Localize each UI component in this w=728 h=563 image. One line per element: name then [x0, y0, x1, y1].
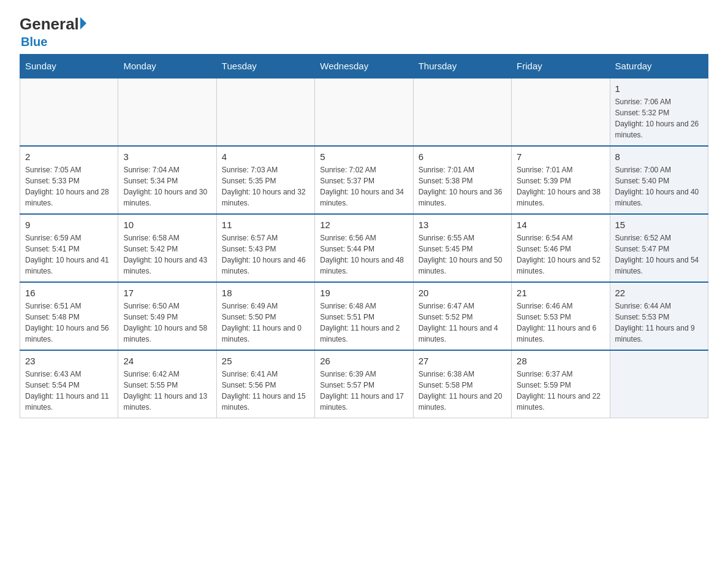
calendar-cell — [610, 350, 708, 418]
day-number: 2 — [25, 151, 113, 162]
day-number: 9 — [25, 220, 113, 230]
day-info: Sunrise: 6:52 AM Sunset: 5:47 PM Dayligh… — [615, 232, 703, 277]
calendar-cell: 5Sunrise: 7:02 AM Sunset: 5:37 PM Daylig… — [315, 146, 413, 214]
calendar-cell: 2Sunrise: 7:05 AM Sunset: 5:33 PM Daylig… — [20, 146, 118, 214]
logo-blue-text: Blue — [21, 35, 47, 49]
calendar-cell — [315, 78, 413, 146]
calendar-cell: 18Sunrise: 6:49 AM Sunset: 5:50 PM Dayli… — [216, 282, 314, 350]
calendar-cell: 15Sunrise: 6:52 AM Sunset: 5:47 PM Dayli… — [610, 214, 708, 282]
calendar-cell: 16Sunrise: 6:51 AM Sunset: 5:48 PM Dayli… — [20, 282, 118, 350]
day-number: 21 — [517, 288, 604, 298]
calendar-cell — [118, 78, 216, 146]
day-info: Sunrise: 6:49 AM Sunset: 5:50 PM Dayligh… — [222, 301, 309, 345]
day-number: 8 — [615, 151, 703, 162]
calendar-cell: 9Sunrise: 6:59 AM Sunset: 5:41 PM Daylig… — [20, 214, 118, 282]
calendar-cell: 3Sunrise: 7:04 AM Sunset: 5:34 PM Daylig… — [118, 146, 216, 214]
day-number: 18 — [222, 288, 309, 298]
calendar-cell: 27Sunrise: 6:38 AM Sunset: 5:58 PM Dayli… — [413, 350, 511, 418]
day-number: 28 — [517, 356, 604, 366]
calendar-cell: 6Sunrise: 7:01 AM Sunset: 5:38 PM Daylig… — [413, 146, 511, 214]
day-number: 15 — [615, 220, 703, 230]
calendar-cell — [216, 78, 314, 146]
day-info: Sunrise: 6:50 AM Sunset: 5:49 PM Dayligh… — [123, 301, 211, 345]
calendar-cell: 13Sunrise: 6:55 AM Sunset: 5:45 PM Dayli… — [413, 214, 511, 282]
calendar-cell — [413, 78, 511, 146]
day-info: Sunrise: 7:04 AM Sunset: 5:34 PM Dayligh… — [123, 164, 211, 209]
header: General Blue — [20, 15, 708, 49]
day-number: 1 — [615, 83, 703, 94]
day-info: Sunrise: 6:38 AM Sunset: 5:58 PM Dayligh… — [419, 369, 506, 413]
calendar-cell: 19Sunrise: 6:48 AM Sunset: 5:51 PM Dayli… — [315, 282, 413, 350]
day-info: Sunrise: 7:02 AM Sunset: 5:37 PM Dayligh… — [320, 164, 408, 209]
day-number: 19 — [320, 288, 408, 298]
day-number: 16 — [25, 288, 113, 298]
calendar-week-row: 2Sunrise: 7:05 AM Sunset: 5:33 PM Daylig… — [20, 146, 708, 214]
calendar-cell: 11Sunrise: 6:57 AM Sunset: 5:43 PM Dayli… — [216, 214, 314, 282]
calendar-cell: 4Sunrise: 7:03 AM Sunset: 5:35 PM Daylig… — [216, 146, 314, 214]
day-number: 3 — [123, 151, 211, 162]
weekday-header-sunday: Sunday — [20, 55, 118, 79]
day-number: 22 — [615, 288, 703, 298]
day-info: Sunrise: 6:46 AM Sunset: 5:53 PM Dayligh… — [517, 301, 604, 345]
day-info: Sunrise: 7:01 AM Sunset: 5:39 PM Dayligh… — [517, 164, 604, 209]
weekday-header-friday: Friday — [512, 55, 610, 79]
calendar-cell: 1Sunrise: 7:06 AM Sunset: 5:32 PM Daylig… — [610, 78, 708, 146]
weekday-header-monday: Monday — [118, 55, 216, 79]
calendar-week-row: 16Sunrise: 6:51 AM Sunset: 5:48 PM Dayli… — [20, 282, 708, 350]
day-info: Sunrise: 7:00 AM Sunset: 5:40 PM Dayligh… — [615, 164, 703, 209]
day-number: 4 — [222, 151, 309, 162]
calendar-week-row: 9Sunrise: 6:59 AM Sunset: 5:41 PM Daylig… — [20, 214, 708, 282]
calendar-cell: 26Sunrise: 6:39 AM Sunset: 5:57 PM Dayli… — [315, 350, 413, 418]
calendar-week-row: 23Sunrise: 6:43 AM Sunset: 5:54 PM Dayli… — [20, 350, 708, 418]
calendar-cell — [512, 78, 610, 146]
logo-triangle-icon — [80, 17, 86, 29]
weekday-header-saturday: Saturday — [610, 55, 708, 79]
calendar-week-row: 1Sunrise: 7:06 AM Sunset: 5:32 PM Daylig… — [20, 78, 708, 146]
day-number: 6 — [419, 151, 506, 162]
day-info: Sunrise: 6:37 AM Sunset: 5:59 PM Dayligh… — [517, 369, 604, 413]
day-info: Sunrise: 6:47 AM Sunset: 5:52 PM Dayligh… — [419, 301, 506, 345]
day-info: Sunrise: 6:43 AM Sunset: 5:54 PM Dayligh… — [25, 369, 113, 413]
calendar-cell: 14Sunrise: 6:54 AM Sunset: 5:46 PM Dayli… — [512, 214, 610, 282]
day-info: Sunrise: 7:01 AM Sunset: 5:38 PM Dayligh… — [419, 164, 506, 209]
day-info: Sunrise: 6:54 AM Sunset: 5:46 PM Dayligh… — [517, 232, 604, 277]
calendar-cell: 7Sunrise: 7:01 AM Sunset: 5:39 PM Daylig… — [512, 146, 610, 214]
day-number: 27 — [419, 356, 506, 366]
calendar-cell: 22Sunrise: 6:44 AM Sunset: 5:53 PM Dayli… — [610, 282, 708, 350]
logo-general-text: General — [20, 15, 79, 34]
day-info: Sunrise: 6:56 AM Sunset: 5:44 PM Dayligh… — [320, 232, 408, 277]
day-info: Sunrise: 7:06 AM Sunset: 5:32 PM Dayligh… — [615, 96, 703, 140]
day-info: Sunrise: 6:44 AM Sunset: 5:53 PM Dayligh… — [615, 301, 703, 345]
calendar-cell: 20Sunrise: 6:47 AM Sunset: 5:52 PM Dayli… — [413, 282, 511, 350]
day-info: Sunrise: 6:57 AM Sunset: 5:43 PM Dayligh… — [222, 232, 309, 277]
day-number: 10 — [123, 220, 211, 230]
day-number: 17 — [123, 288, 211, 298]
day-info: Sunrise: 7:03 AM Sunset: 5:35 PM Dayligh… — [222, 164, 309, 209]
day-number: 7 — [517, 151, 604, 162]
day-info: Sunrise: 6:55 AM Sunset: 5:45 PM Dayligh… — [419, 232, 506, 277]
weekday-header-tuesday: Tuesday — [216, 55, 314, 79]
day-info: Sunrise: 7:05 AM Sunset: 5:33 PM Dayligh… — [25, 164, 113, 209]
calendar-cell: 10Sunrise: 6:58 AM Sunset: 5:42 PM Dayli… — [118, 214, 216, 282]
day-number: 23 — [25, 356, 113, 366]
day-number: 12 — [320, 220, 408, 230]
weekday-header-wednesday: Wednesday — [315, 55, 413, 79]
calendar-cell: 12Sunrise: 6:56 AM Sunset: 5:44 PM Dayli… — [315, 214, 413, 282]
day-number: 14 — [517, 220, 604, 230]
day-number: 24 — [123, 356, 211, 366]
day-info: Sunrise: 6:42 AM Sunset: 5:55 PM Dayligh… — [123, 369, 211, 413]
calendar-cell: 8Sunrise: 7:00 AM Sunset: 5:40 PM Daylig… — [610, 146, 708, 214]
calendar-cell: 28Sunrise: 6:37 AM Sunset: 5:59 PM Dayli… — [512, 350, 610, 418]
day-info: Sunrise: 6:51 AM Sunset: 5:48 PM Dayligh… — [25, 301, 113, 345]
day-number: 20 — [419, 288, 506, 298]
weekday-header-thursday: Thursday — [413, 55, 511, 79]
calendar-table: SundayMondayTuesdayWednesdayThursdayFrid… — [20, 54, 708, 418]
day-info: Sunrise: 6:41 AM Sunset: 5:56 PM Dayligh… — [222, 369, 309, 413]
day-number: 13 — [419, 220, 506, 230]
day-number: 11 — [222, 220, 309, 230]
calendar-cell: 23Sunrise: 6:43 AM Sunset: 5:54 PM Dayli… — [20, 350, 118, 418]
calendar-cell — [20, 78, 118, 146]
calendar-cell: 21Sunrise: 6:46 AM Sunset: 5:53 PM Dayli… — [512, 282, 610, 350]
calendar-cell: 24Sunrise: 6:42 AM Sunset: 5:55 PM Dayli… — [118, 350, 216, 418]
day-number: 25 — [222, 356, 309, 366]
